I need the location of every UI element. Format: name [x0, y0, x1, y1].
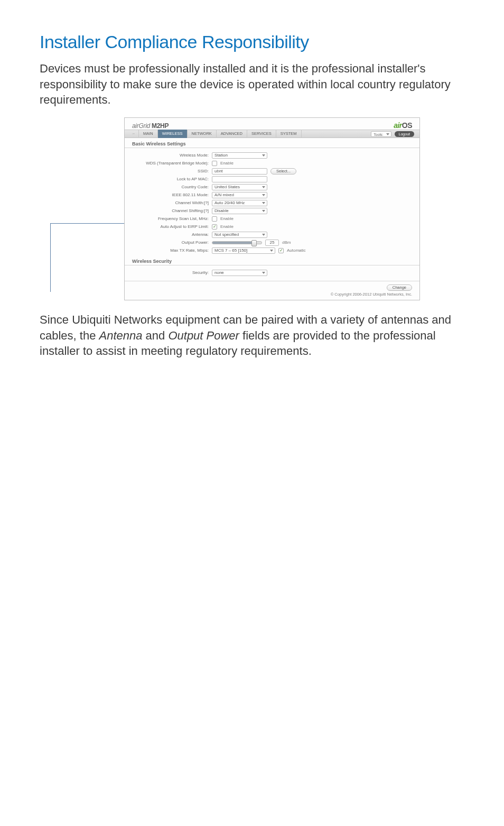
tools-dropdown[interactable]: Tools:: [371, 131, 391, 137]
select-security[interactable]: none: [212, 270, 267, 276]
basic-wireless-form: Wireless Mode: Station WDS (Transparent …: [125, 150, 419, 255]
brand-model: M2HP: [150, 122, 169, 130]
tab-system[interactable]: SYSTEM: [276, 130, 302, 138]
section-basic-wireless: Basic Wireless Settings: [125, 138, 419, 148]
select-channel-width[interactable]: Auto 20/40 MHz: [212, 200, 267, 206]
select-ieee-mode[interactable]: A/N mixed: [212, 192, 267, 198]
outro-antenna-term: Antenna: [99, 329, 143, 342]
text-wds-enable: Enable: [220, 161, 234, 166]
screenshot-header: airGrid M2HP airOS: [125, 118, 419, 130]
select-channel-shifting[interactable]: Disable: [212, 208, 267, 214]
select-wireless-mode[interactable]: Station: [212, 152, 267, 159]
intro-paragraph: Devices must be professionally installed…: [40, 61, 464, 108]
label-wds: WDS (Transparent Bridge Mode):: [132, 161, 209, 166]
button-ssid-select[interactable]: Select...: [270, 168, 296, 175]
outro-paragraph: Since Ubiquiti Networks equipment can be…: [40, 312, 464, 359]
label-ieee: IEEE 802.11 Mode:: [132, 192, 209, 197]
screenshot-figure: airGrid M2HP airOS ⎓ MAIN WIRELESS NETWO…: [40, 117, 464, 300]
slider-output-power[interactable]: [212, 241, 262, 244]
text-eirp-enable: Enable: [220, 224, 234, 229]
tab-advanced[interactable]: ADVANCED: [217, 130, 247, 138]
unit-dbm: dBm: [282, 240, 291, 245]
product-brand: airGrid M2HP: [132, 122, 169, 130]
page-title: Installer Compliance Responsibility: [40, 32, 464, 52]
select-max-tx[interactable]: MCS 7 – 65 [150]: [212, 247, 275, 254]
airos-prefix: air: [394, 121, 402, 130]
airos-logo: airOS: [394, 121, 412, 130]
copyright-text: © Copyright 2006-2012 Ubiquiti Networks,…: [125, 291, 419, 297]
label-wireless-mode: Wireless Mode:: [132, 153, 209, 158]
section-wireless-security: Wireless Security: [125, 255, 419, 265]
label-channel-width: Channel Width:[?]: [132, 200, 209, 205]
label-output-power: Output Power:: [132, 240, 209, 245]
tab-network[interactable]: NETWORK: [188, 130, 217, 138]
label-channel-shifting: Channel Shifting:[?]: [132, 208, 209, 213]
label-lock-mac: Lock to AP MAC:: [132, 177, 209, 181]
brand-prefix: air: [132, 122, 138, 130]
input-ssid[interactable]: ubnt: [212, 168, 267, 175]
tab-services[interactable]: SERVICES: [247, 130, 276, 138]
slider-fill: [212, 242, 253, 244]
input-lock-mac[interactable]: [212, 176, 267, 182]
select-country[interactable]: United States: [212, 184, 267, 190]
outro-output-power-term: Output Power: [168, 329, 239, 342]
checkbox-max-tx-auto[interactable]: ✓: [278, 248, 284, 253]
tab-icon[interactable]: ⎓: [130, 130, 139, 138]
label-freq-scan: Frequency Scan List, MHz:: [132, 216, 209, 221]
label-antenna: Antenna:: [132, 232, 209, 237]
text-max-tx-auto: Automatic: [287, 248, 306, 253]
tab-wireless[interactable]: WIRELESS: [158, 130, 188, 138]
toolbar-right: Tools: Logout: [371, 131, 414, 137]
label-ssid: SSID:: [132, 169, 209, 173]
footer-row: Change: [125, 281, 419, 291]
slider-thumb[interactable]: [251, 240, 257, 246]
select-antenna[interactable]: Not specified: [212, 232, 267, 238]
label-max-tx: Max TX Rate, Mbps:: [132, 248, 209, 253]
checkbox-wds[interactable]: [212, 161, 217, 166]
security-form: Security: none: [125, 268, 419, 278]
label-eirp: Auto Adjust to EIRP Limit:: [132, 224, 209, 229]
text-freq-scan-enable: Enable: [220, 216, 234, 221]
callout-connector-vertical: [50, 223, 51, 292]
label-country: Country Code:: [132, 185, 209, 189]
checkbox-eirp[interactable]: ✓: [212, 224, 217, 230]
tab-bar: ⎓ MAIN WIRELESS NETWORK ADVANCED SERVICE…: [125, 130, 419, 138]
airos-screenshot: airGrid M2HP airOS ⎓ MAIN WIRELESS NETWO…: [124, 117, 420, 300]
tab-main[interactable]: MAIN: [139, 130, 158, 138]
checkbox-freq-scan[interactable]: [212, 216, 217, 222]
change-button[interactable]: Change: [387, 284, 412, 291]
brand-mid: Grid: [138, 122, 150, 130]
label-security: Security:: [132, 270, 209, 275]
input-output-power-value[interactable]: 25: [265, 240, 279, 246]
airos-os: OS: [402, 121, 412, 130]
outro-p2: and: [142, 329, 168, 342]
logout-button[interactable]: Logout: [395, 131, 414, 137]
